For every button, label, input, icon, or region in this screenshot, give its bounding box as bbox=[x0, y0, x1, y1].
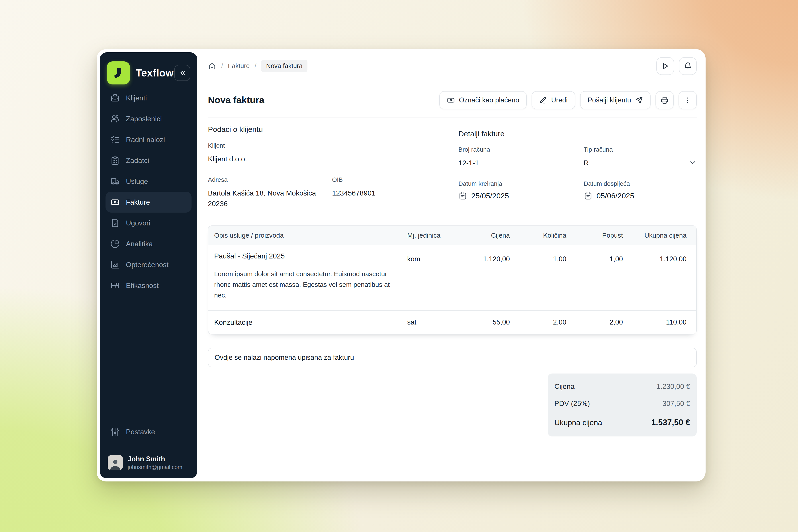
sidebar-item-klijenti[interactable]: Klijenti bbox=[106, 88, 191, 108]
page-title: Nova faktura bbox=[208, 95, 264, 106]
texflow-logo-icon bbox=[107, 61, 130, 84]
mark-paid-button[interactable]: Označi kao plaćeno bbox=[439, 91, 527, 109]
notifications-button[interactable] bbox=[679, 57, 697, 75]
item-price: 55,00 bbox=[457, 311, 516, 334]
client-section-title: Podaci o klijentu bbox=[208, 125, 458, 134]
app-title: Texflow bbox=[136, 67, 174, 79]
sidebar-item-postavke[interactable]: Postavke bbox=[106, 422, 191, 442]
invoice-type-select[interactable]: R bbox=[584, 153, 697, 168]
logo-row: Texflow bbox=[106, 61, 191, 84]
more-options-button[interactable] bbox=[679, 91, 697, 109]
bell-icon bbox=[684, 62, 692, 70]
item-quantity: 1,00 bbox=[516, 245, 572, 310]
calendar-icon bbox=[584, 191, 592, 200]
sidebar-item-label: Ugovori bbox=[126, 219, 150, 227]
user-info: John Smith johnsmith@gmail.com bbox=[128, 455, 182, 470]
subtotal-label: Cijena bbox=[554, 382, 574, 391]
column-header-unit: Mj. jedinica bbox=[401, 226, 457, 245]
sidebar-item-label: Usluge bbox=[126, 177, 148, 186]
kebab-menu-icon bbox=[684, 96, 691, 104]
item-discount: 2,00 bbox=[572, 311, 629, 334]
sidebar-item-opterecenost[interactable]: Opterećenost bbox=[106, 254, 191, 275]
address-label: Adresa bbox=[208, 176, 332, 183]
area-chart-icon bbox=[110, 260, 120, 269]
sidebar-item-label: Zaposlenici bbox=[126, 115, 162, 123]
client-name-value: Klijent d.o.o. bbox=[208, 154, 458, 164]
subtotal-row: Cijena 1.230,00 € bbox=[554, 382, 690, 391]
vat-value: 307,50 € bbox=[662, 399, 690, 407]
sidebar-item-zadatci[interactable]: Zadatci bbox=[106, 150, 191, 171]
topbar: / Fakture / Nova faktura bbox=[208, 49, 697, 83]
invoice-items-table: Opis usluge / proizvoda Mj. jedinica Cij… bbox=[208, 225, 697, 335]
table-header-row: Opis usluge / proizvoda Mj. jedinica Cij… bbox=[208, 226, 696, 245]
item-description: Lorem ipsum dolor sit amet consectetur. … bbox=[214, 269, 396, 301]
list-checks-icon bbox=[110, 135, 120, 144]
pie-chart-icon bbox=[110, 239, 120, 248]
briefcase-icon bbox=[110, 93, 120, 102]
sidebar-item-label: Postavke bbox=[126, 428, 155, 436]
edit-button[interactable]: Uredi bbox=[532, 91, 575, 109]
creation-date-value: 25/05/2025 bbox=[471, 191, 509, 200]
send-icon bbox=[635, 96, 643, 104]
subtotal-value: 1.230,00 € bbox=[657, 382, 690, 391]
sidebar-nav: Klijenti Zaposlenici Radni nalozi Zadatc… bbox=[106, 88, 191, 296]
column-header-discount: Popust bbox=[572, 226, 629, 245]
breadcrumb-current-page: Nova faktura bbox=[261, 60, 307, 72]
sidebar-collapse-button[interactable] bbox=[174, 65, 190, 81]
due-date-field: Datum dospijeća 05/06/2025 bbox=[584, 180, 697, 200]
main-content: / Fakture / Nova faktura Nova faktura Oz… bbox=[208, 49, 697, 481]
table-row: Konzultacije sat 55,00 2,00 2,00 110,00 bbox=[208, 310, 696, 334]
breadcrumb-separator: / bbox=[221, 62, 223, 70]
sidebar-item-ugovori[interactable]: Ugovori bbox=[106, 213, 191, 233]
sidebar-item-efikasnost[interactable]: Efikasnost bbox=[106, 275, 191, 296]
file-check-icon bbox=[110, 218, 120, 228]
banknote-icon bbox=[110, 197, 120, 207]
sidebar-item-fakture[interactable]: Fakture bbox=[106, 192, 191, 213]
breadcrumb-separator: / bbox=[254, 62, 256, 70]
creation-date-picker[interactable]: 25/05/2025 bbox=[458, 191, 584, 200]
due-date-value: 05/06/2025 bbox=[596, 191, 634, 200]
edit-label: Uredi bbox=[551, 96, 568, 104]
due-date-picker[interactable]: 05/06/2025 bbox=[584, 191, 697, 200]
client-label: Klijent bbox=[208, 142, 458, 149]
sidebar-item-zaposlenici[interactable]: Zaposlenici bbox=[106, 108, 191, 129]
banknote-icon bbox=[447, 96, 455, 104]
table-icon bbox=[110, 281, 120, 290]
sidebar-item-radni-nalozi[interactable]: Radni nalozi bbox=[106, 129, 191, 150]
breadcrumb: / Fakture / Nova faktura bbox=[208, 60, 307, 72]
item-description-cell: Paušal - Siječanj 2025 Lorem ipsum dolor… bbox=[208, 245, 401, 310]
column-header-quantity: Količina bbox=[516, 226, 572, 245]
send-to-client-button[interactable]: Pošalji klijentu bbox=[580, 91, 651, 109]
sidebar-item-label: Radni nalozi bbox=[126, 136, 165, 144]
invoice-type-label: Tip računa bbox=[584, 146, 697, 153]
user-profile[interactable]: John Smith johnsmith@gmail.com bbox=[106, 455, 191, 470]
sidebar-item-label: Analitika bbox=[126, 240, 153, 248]
page-actions: Označi kao plaćeno Uredi Pošalji klijent… bbox=[439, 91, 697, 109]
sliders-icon bbox=[110, 428, 120, 437]
address-value: Bartola Kašića 18, Nova Mokošica 20236 bbox=[208, 188, 319, 209]
sidebar-item-usluge[interactable]: Usluge bbox=[106, 171, 191, 192]
invoice-note-input[interactable]: Ovdje se nalazi napomena upisana za fakt… bbox=[208, 348, 697, 367]
breadcrumb-home-link[interactable] bbox=[208, 62, 216, 70]
topbar-actions bbox=[657, 57, 697, 75]
truck-icon bbox=[110, 177, 120, 186]
item-price: 1.120,00 bbox=[457, 245, 516, 310]
chevron-down-icon bbox=[689, 155, 697, 167]
address-field: Adresa Bartola Kašića 18, Nova Mokošica … bbox=[208, 176, 332, 209]
table-row: Paušal - Siječanj 2025 Lorem ipsum dolor… bbox=[208, 245, 696, 310]
printer-icon bbox=[661, 96, 668, 104]
item-total: 1.120,00 bbox=[629, 245, 696, 310]
sidebar-item-analitika[interactable]: Analitika bbox=[106, 233, 191, 254]
column-header-description: Opis usluge / proizvoda bbox=[208, 226, 401, 245]
breadcrumb-fakture-link[interactable]: Fakture bbox=[228, 62, 250, 70]
oib-field: OIB 12345678901 bbox=[332, 176, 458, 209]
sidebar-spacer bbox=[106, 296, 191, 422]
invoice-details-title: Detalji fakture bbox=[458, 130, 697, 138]
invoice-details-section: Detalji fakture Broj računa 12-1-1 Tip r… bbox=[458, 125, 697, 209]
creation-date-field: Datum kreiranja 25/05/2025 bbox=[458, 180, 584, 200]
sidebar-item-label: Zadatci bbox=[126, 156, 149, 165]
print-button[interactable] bbox=[656, 91, 673, 109]
play-button[interactable] bbox=[657, 57, 674, 75]
invoice-number-label: Broj računa bbox=[458, 146, 584, 153]
oib-value: 12345678901 bbox=[332, 188, 458, 198]
